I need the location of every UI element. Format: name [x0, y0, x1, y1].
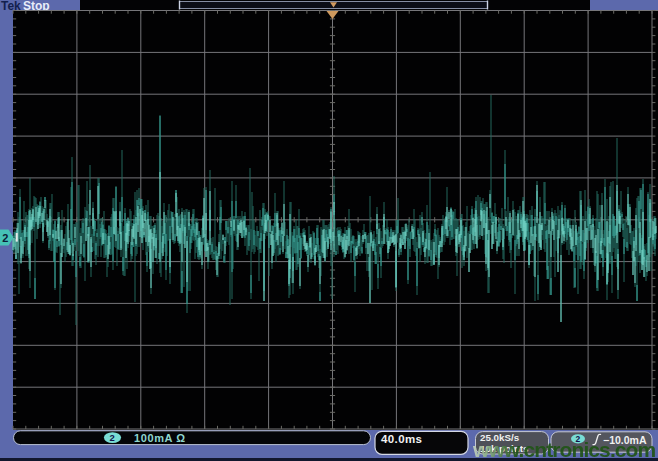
svg-text:www.cntronics.com: www.cntronics.com	[472, 438, 656, 461]
svg-text:100mA Ω: 100mA Ω	[134, 432, 186, 444]
svg-text:40.0ms: 40.0ms	[381, 433, 422, 445]
svg-text:2: 2	[110, 432, 115, 443]
svg-text:2: 2	[2, 232, 8, 244]
